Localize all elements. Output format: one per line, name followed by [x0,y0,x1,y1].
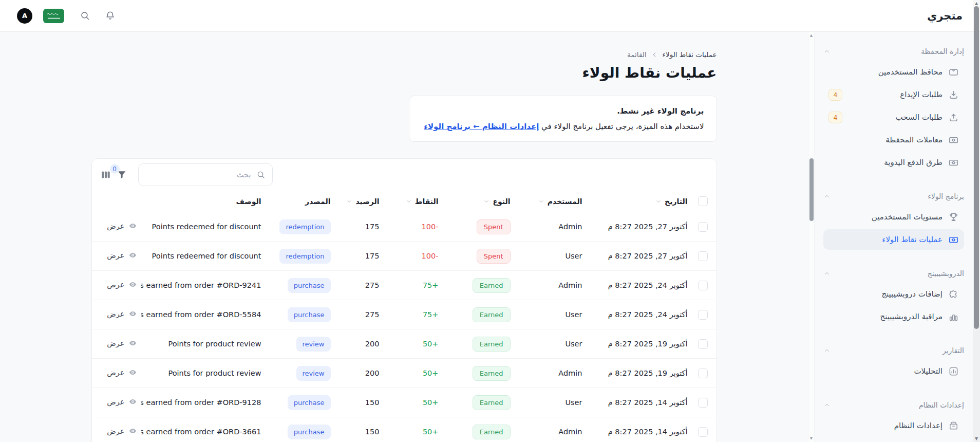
view-button[interactable]: عرض [107,397,137,406]
select-all-checkbox[interactable] [698,196,708,206]
sidebar-item[interactable]: عمليات نقاط الولاء [823,229,964,250]
chevron-down-icon [538,198,544,205]
sidebar-section-header[interactable]: إدارة المحفظة [823,45,964,58]
sidebar-nav: إدارة المحفظةمحافظ المستخدمينطلبات الإيد… [815,32,980,442]
cell-date: أكتوبر 24, 2025 8:27 م [587,300,692,329]
sidebar-section-header[interactable]: برنامج الولاء [823,190,964,202]
view-button[interactable]: عرض [107,339,137,347]
topbar-icons: A [17,8,116,24]
page-title: عمليات نقاط الولاء [91,63,717,83]
sidebar-section-header[interactable]: التقارير [823,344,964,357]
row-checkbox[interactable] [698,281,708,290]
cell-points: +50 [423,398,439,407]
view-button-label: عرض [107,251,124,260]
source-badge: redemption [279,219,330,234]
cell-points: +50 [423,340,439,348]
columns-button[interactable] [100,169,111,180]
cell-user: User [515,388,587,417]
breadcrumb-parent[interactable]: القائمة [627,50,647,59]
scroll-up-arrow-icon[interactable]: ▲ [808,33,814,38]
sidebar-item[interactable]: محافظ المستخدمين [823,62,964,82]
chevron-up-icon [823,270,831,277]
sidebar-item-label: إضافات دروبشيبينج [881,289,943,299]
view-button-label: عرض [107,398,124,406]
column-header-description[interactable]: الوصف [141,191,266,212]
row-checkbox[interactable] [698,310,708,320]
view-button[interactable]: عرض [107,251,137,260]
search-input[interactable] [145,171,251,179]
scroll-down-arrow-icon[interactable]: ▼ [973,436,980,441]
sidebar-item[interactable]: إضافات دروبشيبينج [823,284,964,304]
main-content: عمليات نقاط الولاء القائمة عمليات نقاط ا… [0,32,808,442]
column-header-points[interactable]: النقاط [384,191,443,212]
wallet-icon [948,67,959,78]
column-header-actions [92,191,141,212]
type-badge: Earned [473,307,511,322]
app-title: متجري [927,10,963,22]
page-scrollbar-thumb[interactable] [974,6,979,329]
row-checkbox[interactable] [698,369,708,378]
column-header-user[interactable]: المستخدم [515,191,587,212]
view-button-label: عرض [107,310,124,318]
chevron-up-icon [823,48,831,55]
eye-icon [128,427,137,435]
sidebar-item[interactable]: التحليلات [823,361,964,381]
sidebar-item[interactable]: طرق الدفع اليدوية [823,152,964,173]
row-checkbox[interactable] [698,427,708,437]
cell-description: Points redeemed for discount [141,242,266,271]
sidebar-item[interactable]: معاملات المحفظة [823,130,964,150]
chevron-up-icon [823,193,831,200]
system-settings-icon [948,420,959,431]
cell-description: Points for product review [141,359,266,388]
sidebar-item[interactable]: طلبات السحب4 [823,107,964,127]
saudi-flag-icon [43,9,64,23]
row-checkbox[interactable] [698,339,708,349]
sidebar-item[interactable]: إعدادات النظام [823,415,964,436]
loyalty-settings-link[interactable]: إعدادات النظام ← برنامج الولاء [424,122,539,131]
column-header-balance[interactable]: الرصيد [335,191,384,212]
cell-balance: 200 [335,329,384,359]
view-button[interactable]: عرض [107,427,137,435]
chevron-down-icon [346,198,352,205]
row-checkbox[interactable] [698,222,708,232]
view-button-label: عرض [107,427,124,435]
cell-date: أكتوبر 27, 2025 8:27 م [587,242,692,271]
sidebar-item-label: عمليات نقاط الولاء [882,235,943,244]
filter-button[interactable]: 0 [116,169,127,180]
scroll-up-arrow-icon[interactable]: ▲ [973,1,980,6]
notifications-bell-icon[interactable] [105,10,116,21]
column-header-date[interactable]: التاريخ [587,191,692,212]
row-checkbox[interactable] [698,398,708,408]
type-badge: Earned [473,278,511,293]
cell-points: -100 [422,252,439,260]
table-row: أكتوبر 27, 2025 8:27 مUserSpent-100175re… [92,242,717,271]
column-header-type[interactable]: النوع [443,191,515,212]
scroll-down-arrow-icon[interactable]: ▼ [808,436,814,440]
sidebar-section-header[interactable]: الدروبشيبينج [823,267,964,280]
sidebar-item[interactable]: مراقبة الدروبشيبينج [823,306,964,327]
view-button[interactable]: عرض [107,309,137,318]
view-button[interactable]: عرض [107,280,137,289]
alert-title: برنامج الولاء غير نشط. [422,105,704,117]
cell-points: +75 [423,310,439,319]
view-button[interactable]: عرض [107,222,137,230]
banknote-icon [948,234,959,245]
user-avatar[interactable]: A [17,8,32,24]
view-button[interactable]: عرض [107,368,137,377]
chevron-down-icon [406,198,412,205]
cell-points: +50 [423,428,439,436]
content-scrollbar-thumb[interactable] [809,158,814,221]
sidebar-item[interactable]: طلبات الإيداع4 [823,84,964,105]
sidebar-section-title: التقارير [943,346,964,355]
table-row: أكتوبر 14, 2025 8:27 مAdminEarned+50150p… [92,417,717,442]
row-checkbox[interactable] [698,251,708,261]
source-badge: review [296,366,331,381]
deposit-icon [948,89,959,100]
sidebar-section-header[interactable]: إعدادات النظام [823,399,964,411]
table-toolbar: 0 [92,159,717,191]
language-flag-button[interactable] [43,9,64,23]
sidebar-item[interactable]: مستويات المستخدمين [823,207,964,227]
search-icon[interactable] [80,10,90,21]
cell-user: User [515,242,587,271]
column-header-source[interactable]: المصدر [266,191,335,212]
